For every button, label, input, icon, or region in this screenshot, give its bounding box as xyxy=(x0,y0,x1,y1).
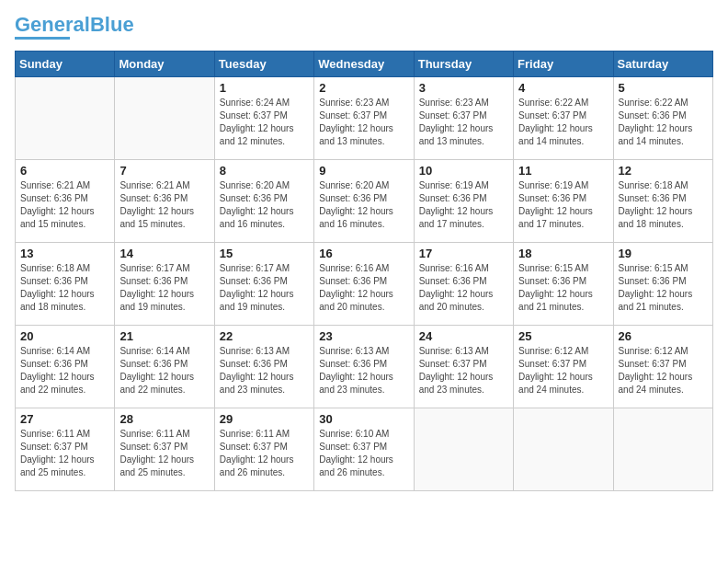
calendar-cell: 3Sunrise: 6:23 AM Sunset: 6:37 PM Daylig… xyxy=(414,77,513,160)
day-info: Sunrise: 6:20 AM Sunset: 6:36 PM Dayligh… xyxy=(319,179,408,231)
calendar-cell: 16Sunrise: 6:16 AM Sunset: 6:36 PM Dayli… xyxy=(314,243,414,326)
day-number: 23 xyxy=(319,329,408,343)
calendar-week-3: 13Sunrise: 6:18 AM Sunset: 6:36 PM Dayli… xyxy=(16,243,713,326)
calendar-cell xyxy=(16,77,115,160)
logo-text: GeneralBlue xyxy=(15,15,134,35)
day-number: 25 xyxy=(518,329,608,343)
day-info: Sunrise: 6:19 AM Sunset: 6:36 PM Dayligh… xyxy=(419,179,508,231)
day-info: Sunrise: 6:16 AM Sunset: 6:36 PM Dayligh… xyxy=(419,262,508,314)
day-info: Sunrise: 6:18 AM Sunset: 6:36 PM Dayligh… xyxy=(619,179,708,231)
day-info: Sunrise: 6:23 AM Sunset: 6:37 PM Dayligh… xyxy=(319,97,408,148)
calendar-cell: 5Sunrise: 6:22 AM Sunset: 6:36 PM Daylig… xyxy=(613,77,712,160)
calendar-cell: 24Sunrise: 6:13 AM Sunset: 6:37 PM Dayli… xyxy=(414,326,513,408)
calendar-cell: 20Sunrise: 6:14 AM Sunset: 6:36 PM Dayli… xyxy=(16,326,115,408)
day-info: Sunrise: 6:23 AM Sunset: 6:37 PM Dayligh… xyxy=(419,97,508,148)
calendar-cell: 28Sunrise: 6:11 AM Sunset: 6:37 PM Dayli… xyxy=(115,408,214,491)
day-info: Sunrise: 6:10 AM Sunset: 6:37 PM Dayligh… xyxy=(319,428,408,479)
calendar-cell: 27Sunrise: 6:11 AM Sunset: 6:37 PM Dayli… xyxy=(16,408,115,491)
day-number: 14 xyxy=(119,247,209,260)
calendar-cell: 15Sunrise: 6:17 AM Sunset: 6:36 PM Dayli… xyxy=(214,243,313,326)
day-info: Sunrise: 6:21 AM Sunset: 6:36 PM Dayligh… xyxy=(119,179,209,231)
calendar-cell: 9Sunrise: 6:20 AM Sunset: 6:36 PM Daylig… xyxy=(314,160,414,243)
calendar-cell: 29Sunrise: 6:11 AM Sunset: 6:37 PM Dayli… xyxy=(214,408,313,491)
day-number: 3 xyxy=(419,81,508,95)
calendar-cell: 8Sunrise: 6:20 AM Sunset: 6:36 PM Daylig… xyxy=(214,160,313,243)
calendar-cell: 19Sunrise: 6:15 AM Sunset: 6:36 PM Dayli… xyxy=(613,243,712,326)
day-number: 28 xyxy=(119,412,209,426)
day-info: Sunrise: 6:20 AM Sunset: 6:36 PM Dayligh… xyxy=(220,179,309,231)
day-info: Sunrise: 6:24 AM Sunset: 6:37 PM Dayligh… xyxy=(220,97,309,148)
calendar-cell: 18Sunrise: 6:15 AM Sunset: 6:36 PM Dayli… xyxy=(514,243,613,326)
day-number: 19 xyxy=(619,247,708,260)
calendar-cell: 22Sunrise: 6:13 AM Sunset: 6:36 PM Dayli… xyxy=(214,326,313,408)
calendar-cell: 25Sunrise: 6:12 AM Sunset: 6:37 PM Dayli… xyxy=(514,326,613,408)
calendar-cell xyxy=(514,408,613,491)
day-number: 6 xyxy=(20,164,109,178)
day-info: Sunrise: 6:11 AM Sunset: 6:37 PM Dayligh… xyxy=(220,428,309,479)
calendar-week-2: 6Sunrise: 6:21 AM Sunset: 6:36 PM Daylig… xyxy=(16,160,713,243)
day-info: Sunrise: 6:18 AM Sunset: 6:36 PM Dayligh… xyxy=(20,262,109,314)
day-number: 10 xyxy=(419,164,508,178)
day-info: Sunrise: 6:16 AM Sunset: 6:36 PM Dayligh… xyxy=(319,262,408,314)
calendar-cell: 2Sunrise: 6:23 AM Sunset: 6:37 PM Daylig… xyxy=(314,77,414,160)
calendar-week-4: 20Sunrise: 6:14 AM Sunset: 6:36 PM Dayli… xyxy=(16,326,713,408)
day-info: Sunrise: 6:13 AM Sunset: 6:36 PM Dayligh… xyxy=(220,345,309,396)
day-header-wednesday: Wednesday xyxy=(314,52,414,77)
day-info: Sunrise: 6:22 AM Sunset: 6:37 PM Dayligh… xyxy=(518,97,608,148)
calendar-week-5: 27Sunrise: 6:11 AM Sunset: 6:37 PM Dayli… xyxy=(16,408,713,491)
day-info: Sunrise: 6:14 AM Sunset: 6:36 PM Dayligh… xyxy=(20,345,109,396)
day-info: Sunrise: 6:14 AM Sunset: 6:36 PM Dayligh… xyxy=(119,345,209,396)
day-info: Sunrise: 6:11 AM Sunset: 6:37 PM Dayligh… xyxy=(20,428,109,479)
day-header-sunday: Sunday xyxy=(16,52,115,77)
logo-general: General xyxy=(15,13,90,36)
calendar-cell: 6Sunrise: 6:21 AM Sunset: 6:36 PM Daylig… xyxy=(16,160,115,243)
day-number: 15 xyxy=(220,247,309,260)
day-number: 8 xyxy=(220,164,309,178)
calendar-cell: 4Sunrise: 6:22 AM Sunset: 6:37 PM Daylig… xyxy=(514,77,613,160)
day-info: Sunrise: 6:21 AM Sunset: 6:36 PM Dayligh… xyxy=(20,179,109,231)
day-info: Sunrise: 6:13 AM Sunset: 6:37 PM Dayligh… xyxy=(419,345,508,396)
day-header-thursday: Thursday xyxy=(414,52,513,77)
day-info: Sunrise: 6:22 AM Sunset: 6:36 PM Dayligh… xyxy=(619,97,708,148)
day-number: 7 xyxy=(119,164,209,178)
calendar-week-1: 1Sunrise: 6:24 AM Sunset: 6:37 PM Daylig… xyxy=(16,77,713,160)
calendar-cell: 7Sunrise: 6:21 AM Sunset: 6:36 PM Daylig… xyxy=(115,160,214,243)
calendar-cell: 1Sunrise: 6:24 AM Sunset: 6:37 PM Daylig… xyxy=(214,77,313,160)
day-number: 13 xyxy=(20,247,109,260)
calendar-cell: 17Sunrise: 6:16 AM Sunset: 6:36 PM Dayli… xyxy=(414,243,513,326)
day-number: 29 xyxy=(220,412,309,426)
calendar-table: SundayMondayTuesdayWednesdayThursdayFrid… xyxy=(15,51,713,491)
day-header-tuesday: Tuesday xyxy=(214,52,313,77)
day-number: 2 xyxy=(319,81,408,95)
day-number: 5 xyxy=(619,81,708,95)
day-number: 18 xyxy=(518,247,608,260)
calendar-cell: 23Sunrise: 6:13 AM Sunset: 6:36 PM Dayli… xyxy=(314,326,414,408)
day-info: Sunrise: 6:17 AM Sunset: 6:36 PM Dayligh… xyxy=(119,262,209,314)
logo-underline xyxy=(15,37,70,40)
day-info: Sunrise: 6:13 AM Sunset: 6:36 PM Dayligh… xyxy=(319,345,408,396)
calendar-cell: 12Sunrise: 6:18 AM Sunset: 6:36 PM Dayli… xyxy=(613,160,712,243)
calendar-cell: 13Sunrise: 6:18 AM Sunset: 6:36 PM Dayli… xyxy=(16,243,115,326)
day-info: Sunrise: 6:19 AM Sunset: 6:36 PM Dayligh… xyxy=(518,179,608,231)
calendar-cell: 30Sunrise: 6:10 AM Sunset: 6:37 PM Dayli… xyxy=(314,408,414,491)
day-header-monday: Monday xyxy=(115,52,214,77)
day-number: 26 xyxy=(619,329,708,343)
calendar-cell xyxy=(414,408,513,491)
day-header-saturday: Saturday xyxy=(613,52,712,77)
day-number: 20 xyxy=(20,329,109,343)
day-info: Sunrise: 6:15 AM Sunset: 6:36 PM Dayligh… xyxy=(518,262,608,314)
calendar-cell: 11Sunrise: 6:19 AM Sunset: 6:36 PM Dayli… xyxy=(514,160,613,243)
day-number: 17 xyxy=(419,247,508,260)
calendar-header-row: SundayMondayTuesdayWednesdayThursdayFrid… xyxy=(16,52,713,77)
day-number: 9 xyxy=(319,164,408,178)
day-info: Sunrise: 6:11 AM Sunset: 6:37 PM Dayligh… xyxy=(119,428,209,479)
logo: GeneralBlue xyxy=(15,15,134,40)
calendar-cell xyxy=(115,77,214,160)
day-info: Sunrise: 6:12 AM Sunset: 6:37 PM Dayligh… xyxy=(619,345,708,396)
calendar-cell: 14Sunrise: 6:17 AM Sunset: 6:36 PM Dayli… xyxy=(115,243,214,326)
day-number: 4 xyxy=(518,81,608,95)
day-number: 1 xyxy=(220,81,309,95)
day-number: 30 xyxy=(319,412,408,426)
day-info: Sunrise: 6:12 AM Sunset: 6:37 PM Dayligh… xyxy=(518,345,608,396)
day-number: 11 xyxy=(518,164,608,178)
